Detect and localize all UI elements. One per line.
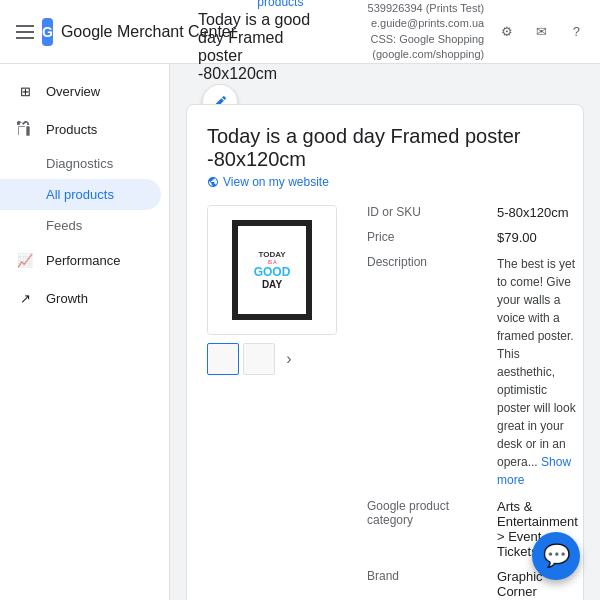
google-logo: G — [42, 18, 53, 46]
thumbnail-next[interactable]: › — [279, 349, 299, 369]
settings-button[interactable]: ⚙ — [496, 16, 519, 48]
description-value: The best is yet to come! Give your walls… — [497, 255, 578, 489]
sidebar-item-growth[interactable]: ↗ Growth — [0, 279, 161, 317]
product-title: Today is a good day Framed poster -80x12… — [207, 125, 563, 171]
layout: ⊞ Overview Products Diagnostics All prod… — [0, 64, 600, 600]
chat-fab[interactable]: 💬 — [532, 532, 580, 580]
account-info: 539926394 (Prints Test) e.guide@prints.c… — [323, 1, 484, 63]
sidebar-item-products[interactable]: Products — [0, 110, 161, 148]
help-button[interactable]: ? — [565, 16, 588, 48]
breadcrumb: Products › All products › — [198, 0, 311, 9]
product-card: Today is a good day Framed poster -80x12… — [186, 104, 584, 600]
sidebar-item-feeds[interactable]: Feeds — [0, 210, 161, 241]
sidebar-item-label-overview: Overview — [46, 84, 100, 99]
overview-icon: ⊞ — [16, 82, 34, 100]
account-css: CSS: Google Shopping (google.com/shoppin… — [323, 32, 484, 63]
top-bar: G Google Merchant Center Products › All … — [0, 0, 600, 64]
breadcrumb-products[interactable]: Products — [198, 0, 245, 2]
thumbnail-2[interactable] — [243, 343, 275, 375]
sidebar-item-label-feeds: Feeds — [46, 218, 82, 233]
id-sku-value: 5-80x120cm — [497, 205, 578, 220]
sidebar-item-performance[interactable]: 📈 Performance — [0, 241, 161, 279]
sidebar-item-overview[interactable]: ⊞ Overview — [0, 72, 161, 110]
account-id: 539926394 (Prints Test) — [323, 1, 484, 16]
sidebar-item-diagnostics[interactable]: Diagnostics — [0, 148, 161, 179]
breadcrumb-sep1: › — [249, 0, 253, 2]
products-icon — [16, 120, 34, 138]
poster-preview: TODAY IS A GOOD DAY — [208, 206, 336, 334]
settings-icon: ⚙ — [501, 24, 513, 39]
detail-row-description: Description The best is yet to come! Giv… — [367, 255, 578, 489]
thumbnail-1[interactable] — [207, 343, 239, 375]
mail-button[interactable]: ✉ — [531, 16, 554, 48]
sidebar-item-label-products: Products — [46, 122, 97, 137]
top-bar-left: G Google Merchant Center — [16, 16, 186, 48]
view-on-website-link[interactable]: View on my website — [207, 175, 329, 189]
sidebar-item-all-products[interactable]: All products — [0, 179, 161, 210]
id-sku-label: ID or SKU — [367, 205, 497, 220]
brand-label: Brand — [367, 569, 497, 599]
help-icon: ? — [573, 24, 580, 39]
main-content: Today is a good day Framed poster -80x12… — [170, 64, 600, 600]
sidebar-item-label-growth: Growth — [46, 291, 88, 306]
breadcrumb-all-products[interactable]: All products — [257, 0, 303, 9]
performance-icon: 📈 — [16, 251, 34, 269]
sidebar-item-label-performance: Performance — [46, 253, 120, 268]
poster-inner: TODAY IS A GOOD DAY — [232, 220, 312, 320]
top-bar-center: Products › All products › Today is a goo… — [186, 0, 323, 83]
poster-text-today: TODAY — [258, 250, 285, 259]
image-thumbnails: › — [207, 343, 347, 375]
menu-button[interactable] — [16, 16, 34, 48]
poster-text-good: GOOD — [254, 265, 291, 279]
sidebar: ⊞ Overview Products Diagnostics All prod… — [0, 64, 170, 600]
poster-text-day: DAY — [262, 279, 282, 290]
mail-icon: ✉ — [536, 24, 547, 39]
price-value: $79.00 — [497, 230, 578, 245]
description-label: Description — [367, 255, 497, 489]
growth-icon: ↗ — [16, 289, 34, 307]
top-bar-right: 539926394 (Prints Test) e.guide@prints.c… — [323, 1, 600, 63]
sidebar-item-label-all-products: All products — [46, 187, 114, 202]
account-email: e.guide@prints.com.ua — [323, 16, 484, 31]
product-main-image: TODAY IS A GOOD DAY — [207, 205, 337, 335]
breadcrumb-sep2: › — [307, 0, 311, 2]
product-images: TODAY IS A GOOD DAY › — [207, 205, 347, 600]
current-page-title: Today is a good day Framed poster -80x12… — [198, 11, 311, 83]
view-link-text: View on my website — [223, 175, 329, 189]
sidebar-item-label-diagnostics: Diagnostics — [46, 156, 113, 171]
price-label: Price — [367, 230, 497, 245]
product-body: TODAY IS A GOOD DAY › — [207, 205, 563, 600]
detail-row-price: Price $79.00 — [367, 230, 578, 245]
category-label: Google product category — [367, 499, 497, 559]
detail-row-sku: ID or SKU 5-80x120cm — [367, 205, 578, 220]
